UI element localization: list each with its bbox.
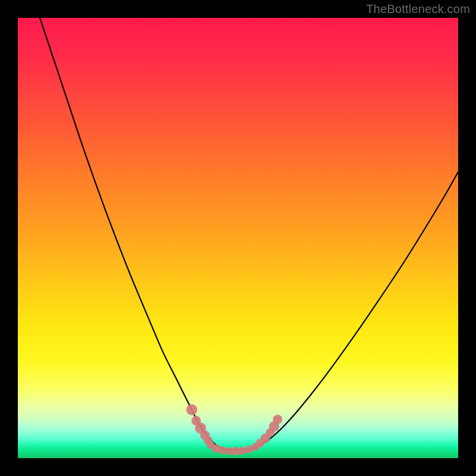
- chart-frame: TheBottleneck.com: [0, 0, 476, 476]
- chart-plot-area: [18, 18, 458, 458]
- bottleneck-curve: [40, 18, 458, 450]
- curve-marker: [186, 404, 198, 415]
- watermark-text: TheBottleneck.com: [366, 2, 470, 16]
- curve-marker: [239, 447, 246, 455]
- curve-markers: [186, 404, 283, 455]
- chart-svg: [18, 18, 458, 458]
- curve-marker: [273, 415, 283, 424]
